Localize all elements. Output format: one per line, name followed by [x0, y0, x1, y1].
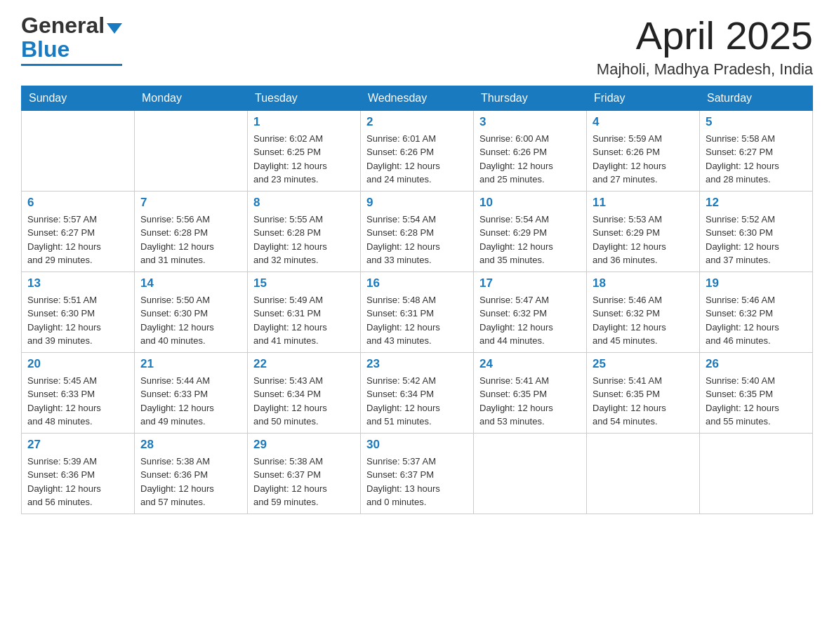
day-number: 14 — [140, 276, 241, 290]
calendar-header: SundayMondayTuesdayWednesdayThursdayFrid… — [22, 86, 813, 110]
day-number: 11 — [593, 196, 694, 210]
calendar-cell — [135, 110, 248, 191]
day-number: 7 — [140, 196, 241, 210]
calendar-cell: 25Sunrise: 5:41 AM Sunset: 6:35 PM Dayli… — [587, 352, 700, 433]
day-number: 5 — [706, 115, 807, 129]
weekday-header-sunday: Sunday — [22, 86, 135, 110]
calendar-cell: 17Sunrise: 5:47 AM Sunset: 6:32 PM Dayli… — [474, 271, 587, 352]
calendar-cell: 27Sunrise: 5:39 AM Sunset: 6:36 PM Dayli… — [22, 433, 135, 514]
day-number: 24 — [479, 357, 581, 371]
day-info: Sunrise: 5:54 AM Sunset: 6:28 PM Dayligh… — [366, 213, 468, 267]
weekday-header-thursday: Thursday — [474, 86, 587, 110]
day-number: 25 — [593, 357, 694, 371]
calendar-cell: 9Sunrise: 5:54 AM Sunset: 6:28 PM Daylig… — [361, 191, 474, 271]
day-number: 20 — [27, 357, 128, 371]
calendar-cell: 16Sunrise: 5:48 AM Sunset: 6:31 PM Dayli… — [361, 271, 474, 352]
day-info: Sunrise: 5:54 AM Sunset: 6:29 PM Dayligh… — [479, 213, 581, 267]
weekday-header-monday: Monday — [135, 86, 248, 110]
calendar-cell: 19Sunrise: 5:46 AM Sunset: 6:32 PM Dayli… — [700, 271, 813, 352]
day-info: Sunrise: 5:59 AM Sunset: 6:26 PM Dayligh… — [593, 132, 694, 187]
calendar-cell: 8Sunrise: 5:55 AM Sunset: 6:28 PM Daylig… — [248, 191, 361, 271]
calendar-cell: 14Sunrise: 5:50 AM Sunset: 6:30 PM Dayli… — [135, 271, 248, 352]
day-info: Sunrise: 5:50 AM Sunset: 6:30 PM Dayligh… — [140, 293, 241, 348]
day-number: 4 — [593, 115, 694, 129]
day-info: Sunrise: 5:46 AM Sunset: 6:32 PM Dayligh… — [593, 293, 694, 348]
calendar-cell: 15Sunrise: 5:49 AM Sunset: 6:31 PM Dayli… — [248, 271, 361, 352]
day-number: 13 — [27, 276, 128, 290]
logo: General Blue — [21, 14, 122, 66]
day-info: Sunrise: 5:45 AM Sunset: 6:33 PM Dayligh… — [27, 374, 128, 429]
day-info: Sunrise: 5:46 AM Sunset: 6:32 PM Dayligh… — [706, 293, 807, 348]
day-info: Sunrise: 5:55 AM Sunset: 6:28 PM Dayligh… — [253, 213, 355, 267]
logo-general-text: General — [21, 14, 105, 36]
month-title: April 2025 — [597, 14, 813, 58]
calendar-cell: 26Sunrise: 5:40 AM Sunset: 6:35 PM Dayli… — [700, 352, 813, 433]
day-number: 21 — [140, 357, 241, 371]
calendar-table: SundayMondayTuesdayWednesdayThursdayFrid… — [21, 86, 813, 514]
calendar-cell: 30Sunrise: 5:37 AM Sunset: 6:37 PM Dayli… — [361, 433, 474, 514]
calendar-week-4: 20Sunrise: 5:45 AM Sunset: 6:33 PM Dayli… — [22, 352, 813, 433]
day-number: 12 — [706, 196, 807, 210]
day-info: Sunrise: 5:47 AM Sunset: 6:32 PM Dayligh… — [479, 293, 581, 348]
day-number: 23 — [366, 357, 468, 371]
calendar-cell: 13Sunrise: 5:51 AM Sunset: 6:30 PM Dayli… — [22, 271, 135, 352]
calendar-cell: 20Sunrise: 5:45 AM Sunset: 6:33 PM Dayli… — [22, 352, 135, 433]
day-number: 22 — [253, 357, 355, 371]
day-info: Sunrise: 5:51 AM Sunset: 6:30 PM Dayligh… — [27, 293, 128, 348]
calendar-cell: 22Sunrise: 5:43 AM Sunset: 6:34 PM Dayli… — [248, 352, 361, 433]
calendar-cell: 29Sunrise: 5:38 AM Sunset: 6:37 PM Dayli… — [248, 433, 361, 514]
weekday-header-wednesday: Wednesday — [361, 86, 474, 110]
calendar-cell: 12Sunrise: 5:52 AM Sunset: 6:30 PM Dayli… — [700, 191, 813, 271]
day-info: Sunrise: 5:57 AM Sunset: 6:27 PM Dayligh… — [27, 213, 128, 267]
location-text: Majholi, Madhya Pradesh, India — [597, 60, 813, 79]
calendar-week-1: 1Sunrise: 6:02 AM Sunset: 6:25 PM Daylig… — [22, 110, 813, 191]
day-number: 6 — [27, 196, 128, 210]
day-info: Sunrise: 5:43 AM Sunset: 6:34 PM Dayligh… — [253, 374, 355, 429]
calendar-cell: 21Sunrise: 5:44 AM Sunset: 6:33 PM Dayli… — [135, 352, 248, 433]
calendar-cell — [474, 433, 587, 514]
day-number: 19 — [706, 276, 807, 290]
day-number: 18 — [593, 276, 694, 290]
day-info: Sunrise: 5:37 AM Sunset: 6:37 PM Dayligh… — [366, 455, 468, 509]
day-number: 10 — [479, 196, 581, 210]
calendar-cell — [22, 110, 135, 191]
calendar-cell: 10Sunrise: 5:54 AM Sunset: 6:29 PM Dayli… — [474, 191, 587, 271]
day-info: Sunrise: 6:00 AM Sunset: 6:26 PM Dayligh… — [479, 132, 581, 187]
day-number: 15 — [253, 276, 355, 290]
calendar-cell — [700, 433, 813, 514]
weekday-header-tuesday: Tuesday — [248, 86, 361, 110]
calendar-week-3: 13Sunrise: 5:51 AM Sunset: 6:30 PM Dayli… — [22, 271, 813, 352]
calendar-cell — [587, 433, 700, 514]
calendar-body: 1Sunrise: 6:02 AM Sunset: 6:25 PM Daylig… — [22, 110, 813, 514]
day-number: 16 — [366, 276, 468, 290]
day-info: Sunrise: 5:40 AM Sunset: 6:35 PM Dayligh… — [706, 374, 807, 429]
calendar-cell: 3Sunrise: 6:00 AM Sunset: 6:26 PM Daylig… — [474, 110, 587, 191]
day-info: Sunrise: 5:48 AM Sunset: 6:31 PM Dayligh… — [366, 293, 468, 348]
day-number: 3 — [479, 115, 581, 129]
day-info: Sunrise: 5:42 AM Sunset: 6:34 PM Dayligh… — [366, 374, 468, 429]
calendar-cell: 11Sunrise: 5:53 AM Sunset: 6:29 PM Dayli… — [587, 191, 700, 271]
calendar-cell: 2Sunrise: 6:01 AM Sunset: 6:26 PM Daylig… — [361, 110, 474, 191]
day-info: Sunrise: 6:02 AM Sunset: 6:25 PM Dayligh… — [253, 132, 355, 187]
calendar-cell: 6Sunrise: 5:57 AM Sunset: 6:27 PM Daylig… — [22, 191, 135, 271]
calendar-cell: 28Sunrise: 5:38 AM Sunset: 6:36 PM Dayli… — [135, 433, 248, 514]
day-number: 9 — [366, 196, 468, 210]
calendar-week-5: 27Sunrise: 5:39 AM Sunset: 6:36 PM Dayli… — [22, 433, 813, 514]
day-info: Sunrise: 5:49 AM Sunset: 6:31 PM Dayligh… — [253, 293, 355, 348]
day-number: 1 — [253, 115, 355, 129]
day-info: Sunrise: 5:39 AM Sunset: 6:36 PM Dayligh… — [27, 455, 128, 509]
day-info: Sunrise: 5:53 AM Sunset: 6:29 PM Dayligh… — [593, 213, 694, 267]
day-info: Sunrise: 5:58 AM Sunset: 6:27 PM Dayligh… — [706, 132, 807, 187]
title-section: April 2025 Majholi, Madhya Pradesh, Indi… — [597, 14, 813, 79]
day-number: 30 — [366, 438, 468, 452]
day-info: Sunrise: 6:01 AM Sunset: 6:26 PM Dayligh… — [366, 132, 468, 187]
logo-blue-text: Blue — [21, 36, 70, 62]
day-info: Sunrise: 5:38 AM Sunset: 6:37 PM Dayligh… — [253, 455, 355, 509]
weekday-header-friday: Friday — [587, 86, 700, 110]
calendar-cell: 23Sunrise: 5:42 AM Sunset: 6:34 PM Dayli… — [361, 352, 474, 433]
calendar-cell: 18Sunrise: 5:46 AM Sunset: 6:32 PM Dayli… — [587, 271, 700, 352]
day-info: Sunrise: 5:56 AM Sunset: 6:28 PM Dayligh… — [140, 213, 241, 267]
logo-triangle-icon — [107, 23, 122, 34]
calendar-cell: 7Sunrise: 5:56 AM Sunset: 6:28 PM Daylig… — [135, 191, 248, 271]
calendar-week-2: 6Sunrise: 5:57 AM Sunset: 6:27 PM Daylig… — [22, 191, 813, 271]
